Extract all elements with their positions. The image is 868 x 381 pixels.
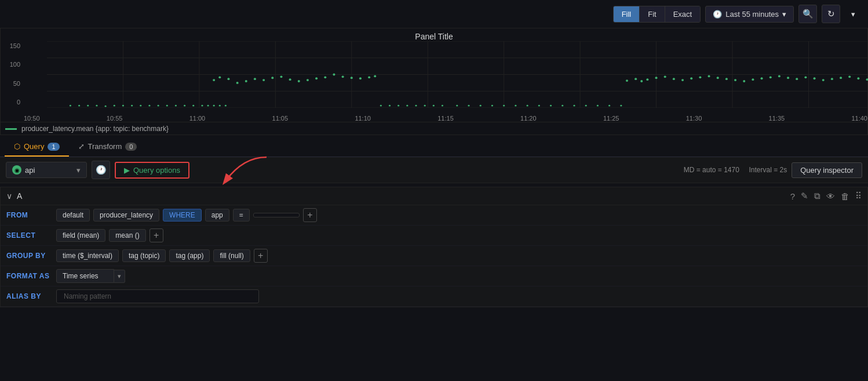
- query-show-icon[interactable]: 👁: [826, 191, 835, 201]
- svg-point-61: [433, 105, 435, 107]
- groupby-row: GROUP BY time ($_interval) tag (topic) t…: [1, 246, 867, 266]
- select-field-pill[interactable]: field (mean): [56, 229, 105, 242]
- query-history-button[interactable]: 🕐: [92, 161, 110, 179]
- query-inspector-button[interactable]: Query inspector: [792, 162, 862, 178]
- svg-point-30: [201, 105, 203, 107]
- query-edit-icon[interactable]: ✎: [801, 191, 808, 201]
- x-label-1125: 11:25: [603, 115, 619, 122]
- select-label: SELECT: [6, 231, 53, 240]
- exact-button[interactable]: Exact: [665, 6, 701, 22]
- zoom-out-button[interactable]: 🔍: [798, 5, 817, 23]
- svg-point-74: [717, 77, 719, 79]
- tab-query[interactable]: ⬡ Query 1: [5, 137, 69, 157]
- datasource-select[interactable]: ◉ api ▾: [6, 162, 87, 178]
- groupby-fill-pill[interactable]: fill (null): [213, 249, 250, 262]
- svg-point-19: [105, 106, 107, 107]
- query-letter: A: [17, 191, 22, 201]
- svg-point-44: [289, 78, 291, 81]
- x-label-1115: 11:15: [437, 115, 454, 122]
- svg-point-86: [822, 79, 825, 81]
- time-range-button[interactable]: 🕐 Last 55 minutes ▾: [705, 6, 794, 23]
- svg-point-62: [442, 105, 443, 107]
- chevron-right-icon: ▶: [124, 166, 130, 175]
- svg-point-32: [213, 105, 215, 107]
- formatas-label: FORMAT AS: [6, 272, 53, 280]
- svg-point-104: [585, 105, 587, 107]
- svg-point-60: [424, 105, 426, 107]
- add-groupby-button[interactable]: +: [254, 249, 268, 263]
- from-label: FROM: [6, 211, 53, 219]
- from-default-pill[interactable]: default: [56, 209, 90, 222]
- svg-point-49: [333, 74, 335, 76]
- groupby-tag2-pill[interactable]: tag (app): [169, 249, 210, 262]
- select-func-pill[interactable]: mean (): [109, 229, 145, 242]
- query-options-button[interactable]: ▶ Query options: [115, 162, 189, 179]
- where-label-pill: WHERE: [163, 209, 202, 222]
- svg-point-91: [866, 78, 868, 81]
- x-label-1050: 10:50: [24, 115, 40, 122]
- svg-point-33: [219, 105, 221, 107]
- svg-point-48: [324, 76, 326, 78]
- x-label-1100: 11:00: [189, 115, 206, 122]
- aliasBy-input[interactable]: [56, 289, 259, 303]
- more-options-button[interactable]: ▾: [845, 5, 861, 23]
- where-value-input[interactable]: [253, 213, 300, 217]
- svg-point-93: [456, 105, 458, 107]
- history-icon: 🕐: [96, 165, 107, 175]
- svg-point-82: [787, 77, 789, 79]
- format-select-wrapper: Time series Table ▾: [56, 269, 125, 283]
- query-collapse-button[interactable]: ∨: [6, 191, 12, 201]
- query-section-header: ∨ A ? ✎ ⧉ 👁 🗑 ⠿: [1, 187, 867, 205]
- formatas-row: FORMAT AS Time series Table ▾: [1, 266, 867, 286]
- svg-point-17: [87, 105, 89, 107]
- svg-point-90: [857, 77, 859, 79]
- view-mode-group: Fill Fit Exact: [613, 6, 701, 23]
- fit-button[interactable]: Fit: [640, 6, 665, 22]
- x-label-1135: 11:35: [769, 115, 785, 122]
- format-select[interactable]: Time series Table: [56, 269, 114, 283]
- svg-point-84: [804, 76, 807, 78]
- md-info: MD = auto = 1470 Interval = 2s: [684, 166, 787, 174]
- svg-point-67: [655, 77, 658, 79]
- svg-point-29: [192, 105, 194, 107]
- y-label-100: 100: [10, 61, 20, 68]
- x-label-1130: 11:30: [686, 115, 702, 122]
- query-help-icon[interactable]: ?: [790, 191, 795, 201]
- from-measurement-pill[interactable]: producer_latency: [93, 209, 159, 222]
- svg-point-27: [175, 105, 177, 107]
- chevron-down-icon: ▾: [782, 10, 786, 19]
- tab-transform[interactable]: ⤢ Transform 0: [69, 137, 147, 157]
- tabs-bar: ⬡ Query 1 ⤢ Transform 0: [0, 137, 868, 157]
- svg-point-75: [725, 78, 728, 80]
- svg-point-21: [122, 105, 124, 107]
- svg-point-57: [397, 105, 399, 107]
- chart-svg: [47, 41, 868, 108]
- legend-text: producer_latency.mean {app: topic: bench…: [21, 125, 169, 133]
- fill-button[interactable]: Fill: [614, 6, 640, 22]
- svg-point-39: [245, 80, 247, 82]
- groupby-tag1-pill[interactable]: tag (topic): [122, 249, 166, 262]
- svg-point-71: [690, 77, 692, 79]
- query-delete-icon[interactable]: 🗑: [841, 191, 849, 201]
- where-field-pill[interactable]: app: [205, 209, 229, 222]
- top-toolbar: Fill Fit Exact 🕐 Last 55 minutes ▾ 🔍 ↻ ▾: [0, 0, 868, 28]
- svg-point-98: [515, 105, 516, 107]
- x-axis-labels: 10:50 10:55 11:00 11:05 11:10 11:15 11:2…: [1, 114, 867, 122]
- y-label-50: 50: [13, 80, 20, 87]
- add-select-button[interactable]: +: [149, 228, 163, 242]
- svg-point-73: [708, 75, 710, 77]
- query-copy-icon[interactable]: ⧉: [814, 191, 820, 201]
- query-action-icons: ? ✎ ⧉ 👁 🗑 ⠿: [790, 191, 862, 201]
- transform-tab-label: Transform: [88, 142, 122, 151]
- clock-icon: 🕐: [713, 10, 722, 19]
- refresh-button[interactable]: ↻: [822, 5, 840, 23]
- svg-point-38: [236, 82, 239, 84]
- add-where-button[interactable]: +: [303, 208, 317, 222]
- groupby-time-pill[interactable]: time ($_interval): [56, 249, 119, 262]
- svg-point-83: [796, 78, 798, 80]
- where-op-pill[interactable]: =: [233, 209, 250, 222]
- datasource-label: api: [25, 166, 35, 175]
- svg-point-77: [743, 80, 745, 82]
- svg-point-100: [538, 105, 540, 107]
- query-drag-icon[interactable]: ⠿: [855, 191, 862, 201]
